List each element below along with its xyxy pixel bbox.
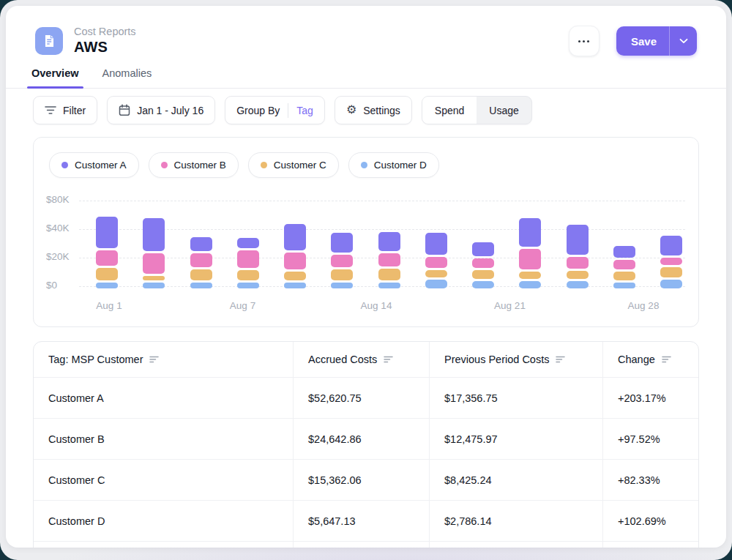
legend-pill-customer-c[interactable]: Customer C <box>248 152 339 178</box>
bar-segment-customer-d[interactable] <box>331 283 353 288</box>
x-axis-tick-label: Aug 14 <box>361 300 392 311</box>
group-by-value: Tag <box>296 105 313 116</box>
bar-segment-customer-d[interactable] <box>190 283 212 288</box>
bar-segment-customer-b[interactable] <box>237 250 259 268</box>
cell-change-percent: +82.33% <box>602 460 698 501</box>
bar-segment-customer-b[interactable] <box>284 253 306 269</box>
bar-segment-customer-b[interactable] <box>472 258 494 269</box>
page-title: AWS <box>74 39 136 56</box>
more-options-button[interactable] <box>569 26 600 56</box>
tab-anomalies[interactable]: Anomalies <box>102 67 152 89</box>
bar-segment-customer-b[interactable] <box>190 253 212 267</box>
bar-segment-customer-d[interactable] <box>284 283 306 288</box>
bar-segment-customer-c[interactable] <box>237 270 259 280</box>
bar-segment-customer-c[interactable] <box>425 270 447 277</box>
bar-segment-customer-d[interactable] <box>519 281 541 288</box>
bar-segment-customer-d[interactable] <box>237 283 259 288</box>
bar-segment-customer-a[interactable] <box>519 218 541 247</box>
bar-segment-customer-c[interactable] <box>96 268 118 280</box>
bar-segment-customer-a[interactable] <box>237 238 259 248</box>
bar-segment-customer-a[interactable] <box>190 237 212 251</box>
table-row-customer-c: Customer C$15,362.06$8,425.24+82.33% <box>34 460 698 501</box>
bar-segment-customer-b[interactable] <box>613 260 635 270</box>
bar-segment-customer-c[interactable] <box>472 270 494 279</box>
cell-customer-name: Customer C <box>34 460 293 501</box>
bar-segment-customer-d[interactable] <box>472 281 494 288</box>
bar-segment-customer-d[interactable] <box>425 280 447 288</box>
bar-segment-customer-d[interactable] <box>378 283 400 288</box>
bar-segment-customer-c[interactable] <box>331 269 353 280</box>
bar-segment-customer-b[interactable] <box>331 255 353 267</box>
cell-previous-period-costs: $2,786.14 <box>429 501 602 542</box>
date-range-label: Jan 1 - July 16 <box>137 105 203 116</box>
bar-segment-customer-b[interactable] <box>567 257 589 269</box>
cell-previous-period-costs: $8,425.24 <box>429 460 602 501</box>
cell-change-percent: +203.17% <box>602 378 698 419</box>
toggle-usage[interactable]: Usage <box>477 97 531 124</box>
bar-segment-customer-b[interactable] <box>519 249 541 269</box>
bar-segment-customer-d[interactable] <box>613 283 635 288</box>
bar-segment-customer-c[interactable] <box>660 267 682 278</box>
cell-previous-period-costs: $12,475.97 <box>429 419 602 460</box>
table-body: Customer A$52,620.75$17,356.75+203.17%Cu… <box>34 378 698 548</box>
bar-segment-customer-d[interactable] <box>567 281 589 288</box>
legend-pill-customer-d[interactable]: Customer D <box>348 152 439 178</box>
toggle-spend[interactable]: Spend <box>422 97 477 124</box>
table-header-previous-period-costs[interactable]: Previous Period Costs <box>429 342 602 378</box>
bar-segment-customer-b[interactable] <box>143 253 165 274</box>
table-header-change[interactable]: Change <box>602 342 698 378</box>
filter-button[interactable]: Filter <box>33 96 97 124</box>
x-axis-tick-label: Aug 28 <box>628 300 660 311</box>
bar-segment-customer-d[interactable] <box>660 280 682 288</box>
column-label: Tag: MSP Customer <box>48 354 143 365</box>
legend-pill-customer-a[interactable]: Customer A <box>49 152 139 178</box>
bar-segment-customer-c[interactable] <box>567 271 589 279</box>
tab-overview[interactable]: Overview <box>31 67 79 89</box>
x-axis-tick-label: Aug 7 <box>230 300 255 311</box>
bar-segment-customer-a[interactable] <box>143 218 165 251</box>
y-axis-tick-label: $20K <box>46 251 70 262</box>
table-row-customer-b: Customer B$24,642.86$12,475.97+97.52% <box>34 419 698 460</box>
gridline-80k <box>79 201 685 201</box>
bar-segment-customer-c[interactable] <box>519 272 541 279</box>
date-range-button[interactable]: Jan 1 - July 16 <box>107 96 215 124</box>
bar-segment-customer-c[interactable] <box>190 269 212 280</box>
settings-button-label: Settings <box>363 105 400 116</box>
bar-segment-customer-a[interactable] <box>96 217 118 248</box>
bar-segment-customer-c[interactable] <box>143 276 165 280</box>
bar-segment-customer-a[interactable] <box>472 242 494 256</box>
legend-pill-customer-b[interactable]: Customer B <box>149 152 239 178</box>
table-header-accrued-costs[interactable]: Accrued Costs <box>293 342 429 378</box>
settings-button[interactable]: ⚙ Settings <box>335 96 412 124</box>
legend-dot-icon <box>61 162 68 168</box>
save-button[interactable]: Save <box>616 26 669 56</box>
column-label: Accrued Costs <box>308 354 377 365</box>
save-dropdown-button[interactable] <box>670 26 697 56</box>
bar-segment-customer-a[interactable] <box>284 224 306 250</box>
bar-segment-customer-b[interactable] <box>425 257 447 268</box>
cell-change-percent: +102.69% <box>602 501 698 542</box>
bar-segment-customer-d[interactable] <box>143 283 165 288</box>
bar-segment-customer-a[interactable] <box>331 233 353 253</box>
x-axis-tick-label: Aug 21 <box>494 300 526 311</box>
bar-segment-customer-c[interactable] <box>613 272 635 280</box>
cost-table-card: Tag: MSP CustomerAccrued CostsPrevious P… <box>33 341 699 548</box>
bar-segment-customer-b[interactable] <box>378 253 400 266</box>
spend-usage-toggle: SpendUsage <box>422 96 532 124</box>
bar-segment-customer-b[interactable] <box>96 250 118 266</box>
group-by-button[interactable]: Group By Tag <box>225 96 325 124</box>
group-by-divider <box>288 103 288 118</box>
table-header-tag-msp-customer[interactable]: Tag: MSP Customer <box>34 342 293 378</box>
bar-segment-customer-a[interactable] <box>425 233 447 255</box>
legend-label: Customer B <box>174 160 226 171</box>
bar-segment-customer-a[interactable] <box>660 236 682 255</box>
bar-segment-customer-b[interactable] <box>660 258 682 265</box>
bar-segment-customer-a[interactable] <box>613 246 635 257</box>
bar-segment-customer-d[interactable] <box>96 283 118 288</box>
filter-button-label: Filter <box>63 105 86 116</box>
bar-segment-customer-c[interactable] <box>378 269 400 280</box>
bar-segment-customer-a[interactable] <box>567 225 589 255</box>
legend-label: Customer A <box>75 160 127 171</box>
bar-segment-customer-c[interactable] <box>284 272 306 280</box>
bar-segment-customer-a[interactable] <box>378 232 400 251</box>
